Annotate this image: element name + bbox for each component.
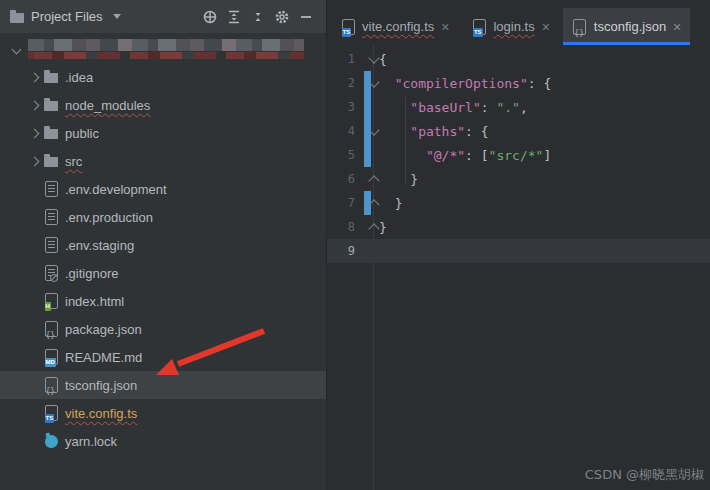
tree-item-label: .env.development: [65, 182, 167, 197]
tab-login-ts[interactable]: TSlogin.ts×: [462, 8, 558, 45]
ts-file-icon: TS: [471, 19, 487, 35]
tree-item-public[interactable]: public: [0, 119, 326, 147]
editor-area: TSvite.config.ts×TSlogin.ts×{}tsconfig.j…: [327, 0, 710, 490]
json-file-icon: {}: [42, 321, 60, 337]
line-number: 3: [327, 100, 363, 114]
text-file-icon: [42, 209, 60, 225]
tree-item-src[interactable]: src: [0, 147, 326, 175]
ts-file-icon: TS: [340, 19, 356, 35]
tree-item-index-html[interactable]: Hindex.html: [0, 287, 326, 315]
folder-icon: [42, 127, 60, 139]
tab-vite-config-ts[interactable]: TSvite.config.ts×: [331, 8, 458, 45]
tree-item-package-json[interactable]: {}package.json: [0, 315, 326, 343]
json-file-icon: {}: [42, 377, 60, 393]
yarn-file-icon: [42, 435, 60, 448]
project-panel: Project Files .ideanode_modulespublicsrc…: [0, 0, 327, 490]
tree-item-label: node_modules: [65, 98, 150, 113]
line-number: 5: [327, 148, 363, 162]
close-icon[interactable]: ×: [441, 20, 449, 34]
chevron-down-icon[interactable]: [113, 14, 121, 19]
code-line-7[interactable]: 7 }: [327, 191, 710, 215]
tree-item-label: tsconfig.json: [65, 378, 137, 393]
line-number: 1: [327, 52, 363, 66]
tree-item--gitignore[interactable]: .gitignore: [0, 259, 326, 287]
code-line-3[interactable]: 3 "baseUrl": ".",: [327, 95, 710, 119]
tree-item-vite-config-ts[interactable]: TSvite.config.ts: [0, 399, 326, 427]
tree-item-label: .env.production: [65, 210, 153, 225]
line-number: 8: [327, 220, 363, 234]
project-toolbar: Project Files: [0, 0, 326, 33]
line-number: 9: [327, 244, 363, 258]
chevron-down-icon[interactable]: [8, 46, 24, 53]
tree-item--env-development[interactable]: .env.development: [0, 175, 326, 203]
toolbar-actions: [198, 5, 318, 29]
tree-item-label: yarn.lock: [65, 434, 117, 449]
tree-item-tsconfig-json[interactable]: {}tsconfig.json: [0, 371, 326, 399]
code-line-6[interactable]: 6 }: [327, 167, 710, 191]
locate-file-icon[interactable]: [198, 5, 222, 29]
line-number: 2: [327, 76, 363, 90]
tab-label: login.ts: [493, 19, 534, 34]
vcs-change-bar: [364, 95, 371, 119]
html-file-icon: H: [42, 293, 60, 309]
code-line-9[interactable]: 9: [327, 239, 710, 263]
tree-item-label: .idea: [65, 70, 93, 85]
code-line-1[interactable]: 1{: [327, 47, 710, 71]
tree-item-label: README.md: [65, 350, 142, 365]
chevron-right-icon[interactable]: [26, 74, 42, 81]
code-text: "paths": {: [363, 124, 489, 139]
tree-item--env-production[interactable]: .env.production: [0, 203, 326, 231]
file-tree: .ideanode_modulespublicsrc.env.developme…: [0, 33, 326, 490]
line-number: 7: [327, 196, 363, 210]
panel-title[interactable]: Project Files: [31, 9, 103, 24]
code-text: "compilerOptions": {: [363, 76, 551, 91]
close-icon[interactable]: ×: [673, 20, 681, 34]
tab-tsconfig-json[interactable]: {}tsconfig.json×: [563, 8, 690, 45]
tree-item-label: public: [65, 126, 99, 141]
tree-item-yarn-lock[interactable]: yarn.lock: [0, 427, 326, 455]
collapse-all-icon[interactable]: [246, 5, 270, 29]
tree-item--idea[interactable]: .idea: [0, 63, 326, 91]
expand-all-icon[interactable]: [222, 5, 246, 29]
line-number: 6: [327, 172, 363, 186]
code-line-5[interactable]: 5 "@/*": ["src/*"]: [327, 143, 710, 167]
tree-item-label: package.json: [65, 322, 142, 337]
tree-item-node-modules[interactable]: node_modules: [0, 91, 326, 119]
hide-panel-icon[interactable]: [294, 5, 318, 29]
text-file-icon: [42, 237, 60, 253]
folder-icon: [42, 155, 60, 167]
json-file-icon: {}: [572, 19, 588, 35]
chevron-right-icon[interactable]: [26, 130, 42, 137]
tab-label: vite.config.ts: [362, 19, 434, 34]
gitignore-file-icon: [42, 265, 60, 281]
code-text: "@/*": ["src/*"]: [363, 148, 551, 163]
tree-item-label: .gitignore: [65, 266, 118, 281]
folder-icon: [42, 99, 60, 111]
code-line-4[interactable]: 4 "paths": {: [327, 119, 710, 143]
chevron-right-icon[interactable]: [26, 102, 42, 109]
tree-item-readme-md[interactable]: MDREADME.md: [0, 343, 326, 371]
ts-file-icon: TS: [42, 405, 60, 421]
redacted-project-root: [28, 39, 304, 59]
chevron-right-icon[interactable]: [26, 158, 42, 165]
tree-item-root[interactable]: [0, 35, 326, 63]
settings-gear-icon[interactable]: [270, 5, 294, 29]
line-number: 4: [327, 124, 363, 138]
code-editor[interactable]: 1{2 "compilerOptions": {3 "baseUrl": "."…: [327, 45, 710, 490]
md-file-icon: MD: [42, 349, 60, 365]
code-text: "baseUrl": ".",: [363, 100, 528, 115]
close-icon[interactable]: ×: [542, 20, 550, 34]
editor-tabbar: TSvite.config.ts×TSlogin.ts×{}tsconfig.j…: [327, 0, 710, 45]
ide-window: Project Files .ideanode_modulespublicsrc…: [0, 0, 710, 490]
tree-item--env-staging[interactable]: .env.staging: [0, 231, 326, 259]
code-line-2[interactable]: 2 "compilerOptions": {: [327, 71, 710, 95]
folder-icon: [10, 13, 24, 23]
vcs-change-bar: [364, 143, 371, 167]
tree-item-label: src: [65, 154, 82, 169]
tab-label: tsconfig.json: [594, 19, 666, 34]
text-file-icon: [42, 181, 60, 197]
tree-item-label: .env.staging: [65, 238, 134, 253]
code-line-8[interactable]: 8}: [327, 215, 710, 239]
watermark: CSDN @柳晓黑胡椒: [585, 466, 704, 484]
tree-item-label: vite.config.ts: [65, 406, 137, 421]
